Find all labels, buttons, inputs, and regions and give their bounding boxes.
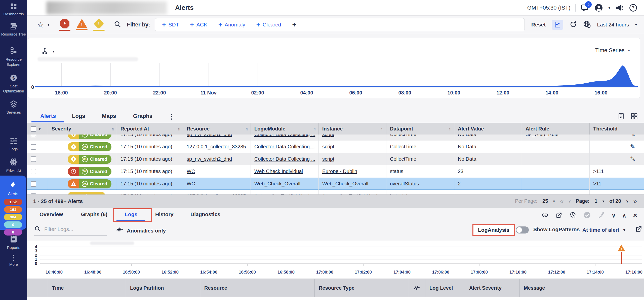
favorite-star-icon[interactable]: ☆ <box>37 20 44 29</box>
logs-col-resource-type[interactable]: Resource Type <box>314 279 409 297</box>
detail-tab-diagnostics[interactable]: Diagnostics <box>190 211 220 217</box>
resource-link[interactable]: WC <box>187 181 195 187</box>
add-filter-button[interactable]: + <box>292 21 296 29</box>
chart-mode-select[interactable]: Time Series▾ <box>595 47 630 54</box>
search-icon[interactable] <box>114 20 121 29</box>
time-range-select[interactable]: Last 24 hours <box>597 22 629 28</box>
table-row[interactable]: !OKCleared 17:15 (10 minutes ago) 127.0.… <box>27 141 644 153</box>
col-severity[interactable]: Severity↑↓ <box>48 123 117 135</box>
instance-link[interactable]: script <box>322 156 334 162</box>
filter-chip-anomaly[interactable]: +Anomaly <box>218 21 245 29</box>
logicmodule-link[interactable]: Collector Data Collecting ... <box>254 144 315 150</box>
show-logpatterns-toggle[interactable] <box>516 226 529 234</box>
help-icon[interactable]: ? <box>629 4 637 12</box>
logs-col-time[interactable]: Time <box>48 279 126 297</box>
edit-threshold-icon[interactable]: ✎ <box>630 135 635 138</box>
sidebar-item-resource-explorer[interactable]: Resource Explorer <box>0 46 27 67</box>
severity-filter-critical[interactable] <box>59 19 70 31</box>
row-checkbox[interactable] <box>31 181 36 187</box>
detail-tab-overview[interactable]: Overview <box>39 211 63 217</box>
row-checkbox[interactable] <box>31 156 36 162</box>
sidebar-item-alerts[interactable]: Alerts 1.5k 161 984 0 8 <box>0 176 26 230</box>
severity-filter-error[interactable]: ! <box>76 19 88 30</box>
instance-link[interactable]: script <box>322 135 334 137</box>
sidebar-item-services[interactable]: Services <box>0 100 27 115</box>
log-search-field[interactable] <box>34 225 107 236</box>
logicmodule-link[interactable]: Web Check Individual <box>254 169 303 174</box>
sidebar-item-reports[interactable]: Reports <box>0 235 27 250</box>
logicmodule-link[interactable]: Collector Data Collecting ... <box>254 135 315 137</box>
messages-icon[interactable]: 2 <box>581 4 589 12</box>
chart-group-by-control[interactable]: ▾ <box>41 47 55 56</box>
saved-views-caret-icon[interactable]: ▾ <box>48 22 50 27</box>
col-logicmodule[interactable]: LogicModule↑↓ <box>251 123 318 135</box>
filter-chips-box[interactable]: +SDT +ACK +Anomaly +Cleared + <box>155 18 525 31</box>
anomalies-only-toggle[interactable]: Anomalies only <box>116 226 166 235</box>
user-avatar[interactable] <box>594 3 603 12</box>
select-menu-caret-icon[interactable]: ▾ <box>39 127 41 131</box>
severity-filter-warning[interactable]: ! <box>93 19 105 31</box>
filter-chip-sdt[interactable]: +SDT <box>162 21 179 29</box>
alert-count-badge-info[interactable]: 0 <box>4 221 22 228</box>
tabs-overflow-menu-icon[interactable]: ⋮ <box>168 113 175 121</box>
copy-link-icon[interactable] <box>541 211 549 220</box>
log-search-input[interactable] <box>44 226 100 232</box>
sidebar-item-logs[interactable]: Logs <box>0 137 27 152</box>
prev-page-button[interactable]: ‹ <box>569 199 571 204</box>
col-resource[interactable]: Resource↑↓ <box>183 123 251 135</box>
sidebar-item-dashboards[interactable]: Dashboards <box>0 3 27 17</box>
resource-link[interactable]: sp_nw_switch1_dnd <box>187 135 232 137</box>
alert-count-badge-critical[interactable]: 1.5k <box>4 199 22 205</box>
tab-graphs[interactable]: Graphs <box>133 113 152 119</box>
expand-panel-icon[interactable]: ∧ <box>622 212 626 219</box>
open-in-new-icon[interactable] <box>555 211 563 220</box>
col-datapoint[interactable]: Datapoint↑↓ <box>386 123 454 135</box>
col-alert-value[interactable]: Alert Value <box>454 123 522 135</box>
sidebar-item-resource-tree[interactable]: Resource Tree <box>0 22 27 37</box>
resource-link[interactable]: WC <box>187 169 195 174</box>
row-checkbox[interactable] <box>31 144 36 150</box>
row-checkbox[interactable] <box>31 135 36 137</box>
globe-time-icon[interactable] <box>583 20 591 29</box>
logs-col-resource[interactable]: Resource <box>200 279 314 297</box>
logicmodule-link[interactable]: Collector Data Collecting ... <box>254 156 315 162</box>
collapse-panel-icon[interactable]: ∨ <box>612 212 616 219</box>
sidebar-item-cost-optimization[interactable]: $ Cost Optimization <box>0 74 27 94</box>
reset-button[interactable]: Reset <box>531 22 546 28</box>
announcements-icon[interactable] <box>615 4 624 12</box>
last-page-button[interactable]: » <box>633 199 637 204</box>
alert-count-badge-error[interactable]: 161 <box>4 206 22 213</box>
page-caret-icon[interactable]: ▾ <box>602 199 605 204</box>
instance-link[interactable]: script <box>322 144 334 150</box>
col-threshold[interactable]: Threshold <box>589 123 644 135</box>
row-checkbox[interactable] <box>31 169 36 174</box>
logs-col-anomaly[interactable] <box>409 279 425 297</box>
escalate-icon-disabled[interactable] <box>597 211 605 220</box>
detail-tab-graphs[interactable]: Graphs (6) <box>81 211 107 217</box>
logicmodule-link[interactable]: Web_Check_Overall <box>254 181 300 187</box>
schedule-sdt-icon[interactable] <box>569 211 577 220</box>
detail-tab-history[interactable]: History <box>155 211 173 217</box>
logs-col-alert-severity[interactable]: Alert Severity <box>465 279 519 297</box>
per-page-value[interactable]: 25 <box>542 198 548 204</box>
sidebar-item-more[interactable]: ⋮ More <box>0 253 27 267</box>
copy-list-icon[interactable] <box>617 112 625 121</box>
alert-time-marker-icon[interactable]: ! <box>618 245 625 251</box>
col-alert-rule[interactable]: Alert Rule <box>522 123 589 135</box>
alert-count-badge-warning[interactable]: 984 <box>4 214 22 220</box>
select-all-cell[interactable]: ▾ <box>27 123 48 135</box>
filter-chip-ack[interactable]: +ACK <box>190 21 207 29</box>
tab-maps[interactable]: Maps <box>102 113 116 119</box>
sidebar-item-edwin-ai[interactable]: Edwin AI <box>0 157 27 173</box>
select-all-checkbox[interactable] <box>31 126 36 132</box>
resource-link[interactable]: 127.0.0.1_collector_83285 <box>187 144 246 150</box>
logs-col-partition[interactable]: Logs Partition <box>126 279 200 297</box>
refresh-icon[interactable] <box>569 20 577 29</box>
acknowledge-icon-disabled[interactable] <box>583 211 591 220</box>
table-row[interactable]: !OKCleared 17:15 (10 minutes ago) sp_nw_… <box>27 153 644 165</box>
instance-link[interactable]: Web_Check_Overall <box>322 181 368 187</box>
resource-link[interactable]: sp_nw_switch2_dnd <box>187 156 232 162</box>
log-time-range-select[interactable]: At time of alert▾ <box>582 227 625 233</box>
table-row-selected[interactable]: !OKCleared 17:15 (10 minutes ago) WC Web… <box>27 178 644 190</box>
per-page-caret-icon[interactable]: ▾ <box>553 199 555 204</box>
